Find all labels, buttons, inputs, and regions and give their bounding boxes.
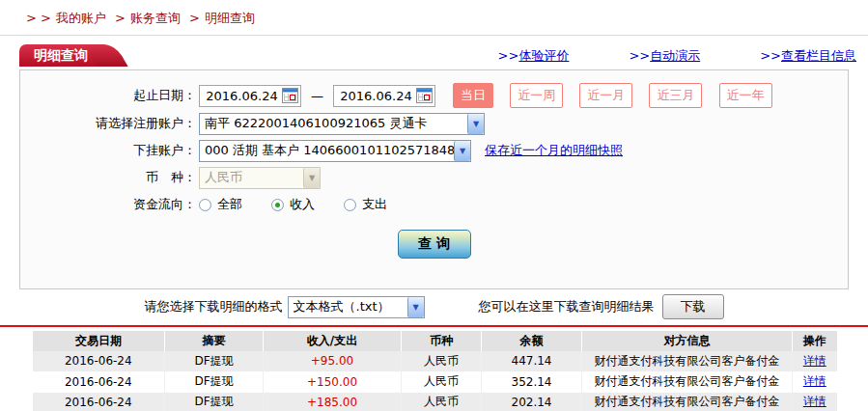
chevron-down-icon: ▼ [454,141,470,161]
breadcrumb-item[interactable]: 账务查询 [130,11,181,25]
top-link[interactable]: >>体验评价 [498,47,570,65]
currency-value: 人民币 [200,169,303,186]
chevron-down-icon: ▼ [303,168,320,188]
chevron-down-icon: ▼ [407,297,424,317]
quick-range-button[interactable]: 近三月 [649,83,702,108]
registered-account-row: 请选择注册账户： 南平 6222001406100921065 灵通卡 ▼ [20,112,848,135]
cell-balance: 352.14 [482,371,582,392]
double-chevron-icon: >> [629,48,650,63]
flow-radio-option[interactable]: 收入 [271,196,315,213]
date-from-value: 2016.06.24 [202,89,282,103]
flow-direction-label: 资金流向： [20,196,199,213]
tab-row: 明细查询 >>体验评价 >>自动演示 >>查看栏目信息 [0,44,868,67]
calendar-icon-top [283,89,297,93]
tab-detail-query[interactable]: 明细查询 [19,44,102,67]
table-row: 2016-06-24 DF提现 +95.00 人民币 447.14 财付通支付科… [33,351,837,371]
table-header-cell: 币种 [402,331,482,351]
table-header-cell: 余额 [482,331,582,351]
breadcrumb-separator: > > [26,11,51,25]
date-to-value: 2016.06.24 [336,89,416,103]
cell-amount: +150.00 [264,371,402,392]
breadcrumb-separator: > [115,11,126,25]
query-button[interactable]: 查 询 [398,230,471,259]
cell-counterparty: 财付通支付科技有限公司客户备付金 [582,392,793,411]
table-top-rule [0,325,868,327]
flow-radio-option[interactable]: 全部 [199,196,242,213]
flow-direction-row: 资金流向： 全部 收入 支出 [20,193,848,216]
date-range-label: 起止日期： [20,87,199,104]
cell-date: 2016-06-24 [33,371,165,392]
flow-radio-group: 全部 收入 支出 [199,196,416,213]
cell-date: 2016-06-24 [33,392,165,411]
table-body: 2016-06-24 DF提现 +95.00 人民币 447.14 财付通支付科… [33,351,837,411]
download-format-label: 请您选择下载明细的格式 [145,298,283,315]
cell-counterparty: 财付通支付科技有限公司客户备付金 [582,371,793,392]
sub-account-value: 000 活期 基本户 1406600101102571848 [200,142,454,159]
quick-range-button[interactable]: 近一周 [510,83,563,108]
radio-icon [344,199,356,211]
query-form-panel: 起止日期： 2016.06.24 — 2016.06.24 当日 近一周 近一月 [19,69,849,289]
sub-account-row: 下挂账户： 000 活期 基本户 1406600101102571848 ▼ 保… [20,139,848,162]
sub-account-select[interactable]: 000 活期 基本户 1406600101102571848 ▼ [199,140,471,162]
download-row: 请您选择下载明细的格式 文本格式（.txt） ▼ 您可以在这里下载查询明细结果 … [0,289,868,324]
cell-currency: 人民币 [402,371,482,392]
table-header-cell: 收入/支出 [264,331,402,351]
cell-amount: +185.00 [264,392,402,411]
detail-link[interactable]: 详情 [803,395,826,408]
download-format-select[interactable]: 文本格式（.txt） ▼ [288,296,425,318]
currency-row: 币 种： 人民币 ▼ [20,166,848,189]
breadcrumb-separator: > [189,11,200,25]
calendar-icon-grid [418,94,431,101]
download-hint: 您可以在这里下载查询明细结果 [479,298,655,315]
cell-summary: DF提现 [165,392,264,411]
cell-summary: DF提现 [165,351,264,371]
double-chevron-icon: >> [498,48,519,63]
registered-account-value: 南平 6222001406100921065 灵通卡 [200,115,467,132]
table-header-cell: 操作 [793,331,837,351]
calendar-icon-top [417,89,432,93]
registered-account-select[interactable]: 南平 6222001406100921065 灵通卡 ▼ [199,113,485,135]
cell-currency: 人民币 [402,351,482,371]
quick-range-button[interactable]: 近一月 [579,83,632,108]
calendar-icon[interactable] [282,88,298,103]
detail-link[interactable]: 详情 [803,354,826,368]
quick-range-button[interactable]: 当日 [453,83,493,108]
cell-summary: DF提现 [165,371,264,392]
radio-icon [199,199,211,211]
snapshot-link[interactable]: 保存近一个月的明细快照 [485,142,623,159]
breadcrumb-item[interactable]: 明细查询 [205,11,255,25]
top-links: >>体验评价 >>自动演示 >>查看栏目信息 [498,47,856,65]
date-from-input[interactable]: 2016.06.24 [199,85,301,107]
date-to-input[interactable]: 2016.06.24 [333,85,435,107]
top-link[interactable]: >>自动演示 [629,47,700,65]
breadcrumb: > >我的账户 >账务查询 >明细查询 [0,0,868,35]
table-header-cell: 交易日期 [33,331,165,351]
table-row: 2016-06-24 DF提现 +185.00 人民币 202.14 财付通支付… [33,392,837,411]
date-range-row: 起止日期： 2016.06.24 — 2016.06.24 当日 近一周 近一月 [20,83,848,108]
download-button[interactable]: 下载 [662,294,724,319]
double-chevron-icon: >> [760,48,781,63]
calendar-icon-grid [284,94,296,101]
detail-link[interactable]: 详情 [803,374,826,388]
flow-radio-label: 全部 [217,196,242,213]
cell-date: 2016-06-24 [33,351,165,371]
cell-balance: 447.14 [482,351,582,371]
table-header-row: 交易日期摘要收入/支出币种余额对方信息操作 [33,331,837,351]
download-format-value: 文本格式（.txt） [289,298,407,315]
table-header-cell: 摘要 [165,331,264,351]
cell-currency: 人民币 [402,392,482,411]
calendar-icon[interactable] [416,88,433,103]
currency-select-disabled: 人民币 ▼ [199,167,321,189]
flow-radio-label: 支出 [362,196,387,213]
flow-radio-label: 收入 [290,196,315,213]
flow-radio-option[interactable]: 支出 [344,196,387,213]
registered-account-label: 请选择注册账户： [20,115,199,132]
currency-label: 币 种： [20,169,199,186]
chevron-down-icon: ▼ [467,114,484,134]
breadcrumb-item[interactable]: 我的账户 [56,11,106,25]
cell-balance: 202.14 [482,392,582,411]
top-link[interactable]: >>查看栏目信息 [760,47,856,65]
tab-label: 明细查询 [34,47,88,63]
quick-range-button[interactable]: 近一年 [719,83,772,108]
header-divider [0,35,868,36]
